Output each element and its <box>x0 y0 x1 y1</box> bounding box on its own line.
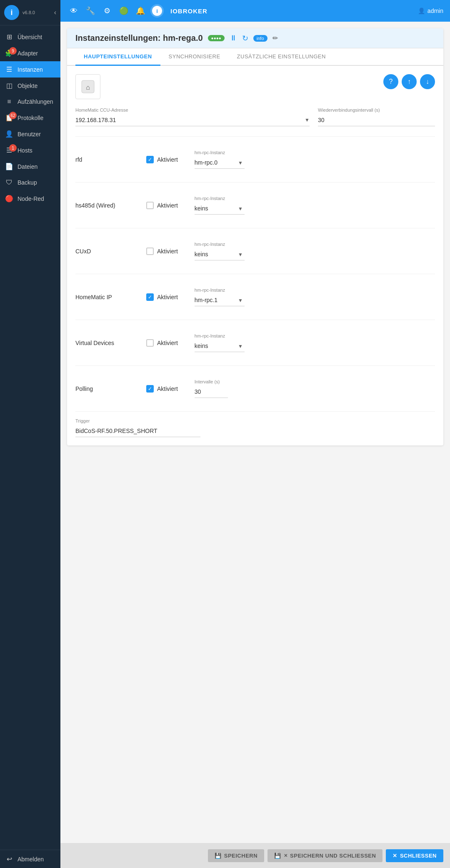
homematic-ip-rpc-label: hm-rpc-Instanz <box>195 288 245 293</box>
rfd-rpc-select[interactable]: hm-rpc.0 hm-rpc.1 keins <box>195 157 245 169</box>
sidebar-item-instanzen[interactable]: ☰ Instanzen <box>0 61 60 78</box>
homematic-ip-rpc-group: hm-rpc-Instanz hm-rpc.1 hm-rpc.0 keins ▼ <box>195 288 245 306</box>
save-close-icon: 💾 <box>274 853 281 859</box>
action-buttons: ? ↑ ↓ <box>383 74 435 89</box>
polling-interval-label: Intervalle (s) <box>195 379 228 384</box>
homematic-ip-label: HomeMatic IP <box>75 294 138 300</box>
cuxd-rpc-select[interactable]: keins hm-rpc.0 hm-rpc.1 <box>195 248 245 260</box>
polling-checkbox[interactable]: ✓ <box>146 385 154 393</box>
download-button[interactable]: ↓ <box>420 74 435 89</box>
sidebar-collapse-button[interactable]: ‹ <box>54 9 56 16</box>
logout-icon: ↩ <box>5 855 13 863</box>
divider-2 <box>75 182 435 183</box>
sidebar-label-node-red: Node-Red <box>18 195 44 202</box>
hs485d-rpc-label: hm-rpc-Instanz <box>195 196 245 201</box>
tab-bar: HAUPTEINSTELLUNGEN SYNCHRONISIERE ZUSÄTZ… <box>67 48 443 66</box>
polling-label: Polling <box>75 385 138 392</box>
tab-synchronisiere[interactable]: SYNCHRONISIERE <box>160 48 229 66</box>
trigger-group: Trigger <box>75 418 435 437</box>
rfd-label: rfd <box>75 156 138 163</box>
sidebar-item-hosts[interactable]: ☰ Hosts 1 <box>0 142 60 158</box>
refresh-icon[interactable]: ↻ <box>242 34 248 43</box>
hs485d-checkbox-group: Aktiviert <box>146 202 178 209</box>
polling-interval-input[interactable] <box>195 386 228 398</box>
divider-1 <box>75 136 435 137</box>
topbar-user[interactable]: 👤 admin <box>418 8 443 14</box>
save-close-button[interactable]: 💾 ✕ SPEICHERN UND SCHLIESSEN <box>268 849 382 862</box>
sidebar-item-adapter[interactable]: 🧩 Adapter 9 <box>0 45 60 61</box>
reconnect-input[interactable] <box>318 114 435 126</box>
hs485d-checkbox[interactable] <box>146 202 154 209</box>
cuxd-checkbox-group: Aktiviert <box>146 248 178 255</box>
app-version: v6.8.0 <box>22 10 35 15</box>
topbar-bell-icon[interactable]: 🔔 <box>134 4 147 18</box>
rfd-rpc-group: hm-rpc-Instanz hm-rpc.0 hm-rpc.1 keins ▼ <box>195 150 245 169</box>
sidebar-item-backup[interactable]: 🛡 Backup <box>0 175 60 190</box>
hs485d-rpc-select[interactable]: keins hm-rpc.0 hm-rpc.1 <box>195 203 245 215</box>
virtual-devices-row: Virtual Devices Aktiviert hm-rpc-Instanz… <box>75 327 435 359</box>
topbar-brand-icon: i <box>150 4 164 18</box>
sidebar-label-adapter: Adapter <box>18 50 38 57</box>
sidebar-nav: ⊞ Übersicht 🧩 Adapter 9 ☰ Instanzen ◫ Ob… <box>0 25 60 850</box>
ccu-address-dropdown-icon[interactable]: ▼ <box>305 117 310 123</box>
divider-3 <box>75 228 435 228</box>
page-title: Instanzeinstellungen: hm-rega.0 <box>75 33 203 43</box>
cuxd-checkbox[interactable] <box>146 248 154 255</box>
sidebar-label-backup: Backup <box>18 179 37 186</box>
sidebar-item-benutzer[interactable]: 👤 Benutzer <box>0 126 60 142</box>
hs485d-row: hs485d (Wired) Aktiviert hm-rpc-Instanz … <box>75 189 435 221</box>
sidebar-item-protokolle[interactable]: 📋 Protokolle 62 <box>0 110 60 126</box>
virtual-devices-rpc-select[interactable]: keins hm-rpc.0 hm-rpc.1 <box>195 340 245 352</box>
user-name: admin <box>428 8 443 14</box>
pause-icon[interactable]: ⏸ <box>230 34 237 43</box>
polling-row: Polling ✓ Aktiviert Intervalle (s) <box>75 373 435 405</box>
sidebar-item-node-red[interactable]: 🔴 Node-Red <box>0 190 60 207</box>
sidebar-footer-label: Abmelden <box>18 856 44 863</box>
adapter-logo: ⌂ <box>75 74 100 99</box>
sidebar-footer[interactable]: ↩ Abmelden <box>0 850 60 868</box>
homematic-ip-rpc-select[interactable]: hm-rpc.1 hm-rpc.0 keins <box>195 294 245 306</box>
info-badge[interactable]: info <box>253 35 268 42</box>
sidebar-icon-backup: 🛡 <box>5 179 13 186</box>
ccu-address-input[interactable] <box>75 114 305 126</box>
homematic-logo-svg: ⌂ <box>80 78 96 95</box>
sidebar-item-abmelden[interactable]: ↩ Abmelden <box>5 855 55 863</box>
cuxd-rpc-select-wrapper: keins hm-rpc.0 hm-rpc.1 ▼ <box>195 248 245 260</box>
page-card: Instanzeinstellungen: hm-rega.0 ●●●● ⏸ ↻… <box>67 28 443 445</box>
rfd-activated-label: Aktiviert <box>157 156 178 163</box>
topbar-gear-icon[interactable]: ⚙ <box>100 4 114 18</box>
sidebar-icon-objekte: ◫ <box>5 82 13 90</box>
hs485d-activated-label: Aktiviert <box>157 202 178 209</box>
divider-7 <box>75 411 435 412</box>
rfd-rpc-label: hm-rpc-Instanz <box>195 150 245 155</box>
close-label: SCHLIESSEN <box>400 853 437 859</box>
virtual-devices-rpc-select-wrapper: keins hm-rpc.0 hm-rpc.1 ▼ <box>195 340 245 352</box>
svg-text:⌂: ⌂ <box>86 84 90 91</box>
close-button[interactable]: ✕ SCHLIESSEN <box>386 849 443 862</box>
virtual-devices-label: Virtual Devices <box>75 340 138 346</box>
virtual-devices-checkbox[interactable] <box>146 339 154 347</box>
trigger-input[interactable] <box>75 425 200 437</box>
upload-button[interactable]: ↑ <box>402 74 417 89</box>
sidebar-item-aufzaehlungen[interactable]: ≡ Aufzählungen <box>0 94 60 110</box>
topbar-eye-icon[interactable]: 👁 <box>67 4 80 18</box>
homematic-ip-rpc-select-wrapper: hm-rpc.1 hm-rpc.0 keins ▼ <box>195 294 245 306</box>
tab-haupteinstellungen[interactable]: HAUPTEINSTELLUNGEN <box>75 48 160 66</box>
rfd-checkbox[interactable]: ✓ <box>146 156 154 163</box>
save-button[interactable]: 💾 SPEICHERN <box>208 849 264 862</box>
topbar-person-icon[interactable]: 🟢 <box>117 4 130 18</box>
topbar-wrench-icon[interactable]: 🔧 <box>84 4 97 18</box>
help-button[interactable]: ? <box>383 74 398 89</box>
user-icon: 👤 <box>418 8 425 14</box>
sidebar-item-dateien[interactable]: 📄 Dateien <box>0 158 60 175</box>
sidebar: i v6.8.0 ‹ ⊞ Übersicht 🧩 Adapter 9 ☰ Ins… <box>0 0 60 868</box>
sidebar-item-objekte[interactable]: ◫ Objekte <box>0 78 60 94</box>
sidebar-label-hosts: Hosts <box>18 147 32 154</box>
cuxd-rpc-label: hm-rpc-Instanz <box>195 242 245 247</box>
trigger-label: Trigger <box>75 418 435 423</box>
edit-icon[interactable]: ✏ <box>272 34 278 42</box>
sidebar-label-objekte: Objekte <box>18 83 38 89</box>
sidebar-item-uebersicht[interactable]: ⊞ Übersicht <box>0 29 60 45</box>
homematic-ip-checkbox[interactable]: ✓ <box>146 293 154 301</box>
tab-zusaetzliche[interactable]: ZUSÄTZLICHE EINSTELLUNGEN <box>229 48 334 66</box>
